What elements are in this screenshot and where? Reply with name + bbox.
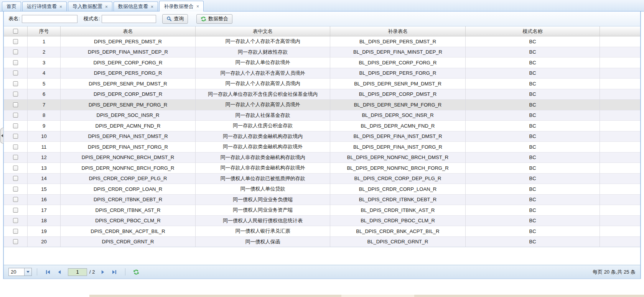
row-checkbox[interactable]	[13, 134, 18, 139]
tab-close-icon[interactable]: ×	[59, 5, 62, 9]
table-name-input[interactable]	[22, 15, 77, 23]
table-row[interactable]: 3DPIS_DEPR_CORP_FORG_R同一存款人单位存款境外BL_DPIS…	[4, 57, 640, 68]
row-checkbox[interactable]	[13, 218, 18, 223]
cell-schema: BC	[466, 237, 600, 248]
cell-table_name: DPIS_CRDR_PBOC_CLM_R	[61, 216, 196, 226]
cell-table_name: DPIS_CRDR_CORP_LOAN_R	[61, 184, 196, 195]
page-size-dropdown-button[interactable]	[24, 268, 31, 276]
cell-seq: 6	[28, 89, 61, 100]
tab-4[interactable]: 数据信息查看×	[114, 2, 158, 11]
cell-seq: 10	[28, 131, 61, 142]
table-row[interactable]: 10DPIS_DEPR_FINA_INST_DMST_R同一存款人存款类金融机构…	[4, 131, 640, 142]
cell-schema: BC	[466, 153, 600, 163]
tab-close-icon[interactable]: ×	[105, 5, 108, 9]
cell-cn_name: 同一债权人同业业务负债端	[196, 195, 330, 205]
tab-close-icon[interactable]: ×	[196, 4, 199, 9]
row-checkbox[interactable]	[13, 71, 18, 75]
tab-strip: 首页运行详情查看×导入数据配置×数据信息查看×补录数据整合×	[0, 0, 644, 11]
cell-table_name: DPIS_CRDR_BNK_ACPT_BIL_R	[61, 226, 196, 237]
row-checkbox[interactable]	[13, 176, 18, 181]
column-header-bl[interactable]: 补录表名	[330, 26, 466, 36]
tab-2[interactable]: 运行详情查看×	[22, 2, 67, 11]
row-checkbox[interactable]	[13, 123, 18, 128]
table-row[interactable]: 6DPIS_DEPR_CORP_DMST_R同一存款人单位存款不含住房公积金社保…	[4, 89, 640, 100]
current-page-input[interactable]	[68, 268, 87, 276]
row-checkbox[interactable]	[13, 155, 18, 160]
data-integrate-button[interactable]: 数据整合	[196, 14, 232, 24]
row-checkbox[interactable]	[13, 208, 18, 213]
cell-filler	[600, 205, 640, 216]
prev-page-button[interactable]	[56, 268, 63, 276]
table-row[interactable]: 18DPIS_CRDR_PBOC_CLM_R同一债权人人民银行债权信息统计表BL…	[4, 216, 640, 226]
chevron-left-icon	[1, 134, 3, 137]
tab-close-icon[interactable]: ×	[151, 5, 153, 9]
query-button[interactable]: 查询	[162, 14, 188, 24]
row-checkbox-cell	[4, 131, 28, 142]
first-page-button[interactable]	[44, 268, 52, 276]
cell-seq: 7	[28, 100, 61, 110]
search-icon	[166, 16, 172, 21]
row-checkbox-cell	[4, 195, 28, 205]
table-row[interactable]: 1DPIS_DEPR_PERS_DMST_R同一存款人个人存款不含高管境内BL_…	[4, 36, 640, 47]
column-header-schema[interactable]: 模式名称	[466, 26, 600, 36]
column-header-seq[interactable]: 序号	[28, 26, 61, 36]
sidebar-collapse-handle[interactable]	[0, 128, 3, 144]
cell-table_name: DPIS_DEPR_NONFNC_BRCH_FORG_R	[61, 163, 196, 174]
refresh-page-button[interactable]	[132, 268, 140, 276]
table-row[interactable]: 13DPIS_DEPR_NONFNC_BRCH_FORG_R同一存款人非存款类金…	[4, 163, 640, 174]
table-row[interactable]: 12DPIS_DEPR_NONFNC_BRCH_DMST_R同一存款人非存款类金…	[4, 153, 640, 163]
cell-filler	[600, 216, 640, 226]
row-checkbox-cell	[4, 47, 28, 58]
row-checkbox[interactable]	[13, 113, 18, 118]
column-header-cn[interactable]: 表中文名	[196, 26, 330, 36]
cell-schema: BC	[466, 195, 600, 205]
column-header-table[interactable]: 表名	[61, 26, 196, 36]
row-checkbox-cell	[4, 184, 28, 195]
tab-5[interactable]: 补录数据整合×	[159, 1, 204, 11]
cell-table_name: DPIS_DEPR_SOC_INSR_R	[61, 110, 196, 121]
cell-bl_table_name: BL_DPIS_DEPR_CORP_DMST_R	[330, 89, 466, 100]
row-checkbox[interactable]	[13, 187, 18, 192]
row-checkbox[interactable]	[13, 60, 18, 65]
column-header-filler	[600, 26, 640, 36]
row-checkbox[interactable]	[13, 92, 18, 97]
cell-filler	[600, 110, 640, 121]
table-row[interactable]: 19DPIS_CRDR_BNK_ACPT_BIL_R同一债权人银行承兑汇票BL_…	[4, 226, 640, 237]
row-checkbox[interactable]	[13, 239, 18, 244]
table-row[interactable]: 17DPIS_CRDR_ITBNK_AST_R同一债权人同业业务资产端BL_DP…	[4, 205, 640, 216]
cell-seq: 20	[28, 237, 61, 248]
row-checkbox[interactable]	[13, 144, 18, 149]
select-all-checkbox[interactable]	[13, 29, 18, 34]
table-row[interactable]: 7DPIS_DEPR_SENR_PM_FORG_R同一存款人个人存款高管人员境外…	[4, 100, 640, 110]
page-size-select[interactable]: 20	[8, 268, 32, 276]
table-row[interactable]: 4DPIS_DEPR_PERS_FORG_R同一存款人个人存款不含高管人员境外B…	[4, 68, 640, 79]
cell-cn_name: 同一存款人个人存款高管人员境内	[196, 79, 330, 89]
cell-schema: BC	[466, 142, 600, 153]
page-size-value: 20	[9, 268, 24, 276]
row-checkbox[interactable]	[13, 39, 18, 44]
row-checkbox[interactable]	[13, 102, 18, 107]
row-checkbox[interactable]	[13, 166, 18, 171]
next-page-button[interactable]	[99, 268, 107, 276]
table-row[interactable]: 20DPIS_CRDR_GRNT_R同一债权人保函BL_DPIS_CRDR_GR…	[4, 237, 640, 248]
row-checkbox[interactable]	[13, 229, 18, 234]
last-page-button[interactable]	[110, 268, 118, 276]
table-row[interactable]: 5DPIS_DEPR_SENR_PM_DMST_R同一存款人个人存款高管人员境内…	[4, 79, 640, 89]
cell-filler	[600, 226, 640, 237]
table-row[interactable]: 2DPIS_DEPR_FINA_MINST_DEP_R同一存款人财政性存款BL_…	[4, 47, 640, 58]
table-row[interactable]: 8DPIS_DEPR_SOC_INSR_R同一存款人社保基金存款BL_DPIS_…	[4, 110, 640, 121]
row-checkbox[interactable]	[13, 81, 18, 86]
row-checkbox[interactable]	[13, 197, 18, 202]
table-row[interactable]: 9DPIS_DEPR_ACMN_FND_R同一存款人住房公积金存款BL_DPIS…	[4, 121, 640, 131]
tab-3[interactable]: 导入数据配置×	[68, 2, 112, 11]
schema-name-input[interactable]	[102, 15, 156, 23]
table-row[interactable]: 11DPIS_DEPR_FINA_INST_FORG_R同一存款人存款类金融机构…	[4, 142, 640, 153]
row-checkbox[interactable]	[13, 49, 18, 54]
table-row[interactable]: 16DPIS_CRDR_ITBNK_DEBT_R同一债权人同业业务负债端BL_D…	[4, 195, 640, 205]
table-row[interactable]: 14DPIS_CRDR_CORP_DEP_PLG_R同一债权人单位存款已被抵质押…	[4, 174, 640, 184]
tab-1[interactable]: 首页	[2, 2, 21, 11]
table-row[interactable]: 15DPIS_CRDR_CORP_LOAN_R同一债权人单位贷款BL_DPIS_…	[4, 184, 640, 195]
cell-table_name: DPIS_DEPR_NONFNC_BRCH_DMST_R	[61, 153, 196, 163]
separator	[37, 268, 37, 276]
cell-schema: BC	[466, 89, 600, 100]
